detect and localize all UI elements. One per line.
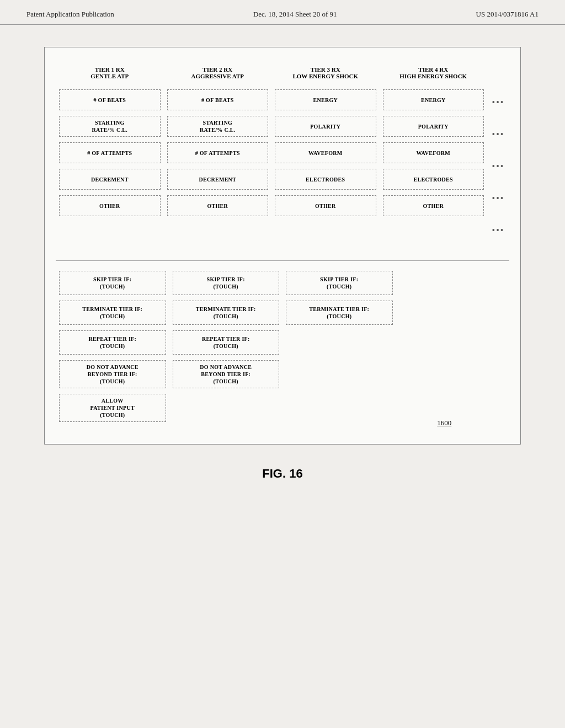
lower-grid: SKIP TIER IF:(TOUCH) TERMINATE TIER IF:(… xyxy=(56,271,509,427)
tier-1-cell-4[interactable]: DECREMENT xyxy=(59,169,161,190)
dots-row-2: ••• xyxy=(492,121,505,148)
lower-1-cell-4[interactable]: DO NOT ADVANCEBEYOND TIER IF:(TOUCH) xyxy=(59,360,166,388)
tier-1-cell-1[interactable]: # OF BEATS xyxy=(59,89,161,110)
tier-3-cell-5[interactable]: OTHER xyxy=(275,195,376,216)
lower-2-cell-2[interactable]: TERMINATE TIER IF:(TOUCH) xyxy=(173,301,280,325)
tier-4-header: TIER 4 RXHIGH ENERGY SHOCK xyxy=(399,64,467,82)
tier-3-col: TIER 3 RXLOW ENERGY SHOCK ENERGY POLARIT… xyxy=(271,64,380,249)
lower-3-cell-2[interactable]: TERMINATE TIER IF:(TOUCH) xyxy=(286,301,393,325)
tier-2-cell-1[interactable]: # OF BEATS xyxy=(167,89,269,110)
lower-1-cell-2[interactable]: TERMINATE TIER IF:(TOUCH) xyxy=(59,301,166,325)
lower-col-4: 1600 xyxy=(396,271,510,427)
tier-2-cell-4[interactable]: DECREMENT xyxy=(167,169,269,190)
tier-1-header: TIER 1 RXGENTLE ATP xyxy=(90,64,129,82)
tier-1-cell-3[interactable]: # OF ATTEMPTS xyxy=(59,142,161,163)
tier-4-cell-1[interactable]: ENERGY xyxy=(383,89,484,110)
dots-row-3: ••• xyxy=(492,153,505,180)
tier-4-cell-2[interactable]: POLARITY xyxy=(383,116,484,137)
tier-2-header: TIER 2 RXAGGRESSIVE ATP xyxy=(191,64,244,82)
lower-2-cell-1[interactable]: SKIP TIER IF:(TOUCH) xyxy=(173,271,280,295)
reference-number: 1600 xyxy=(437,419,468,427)
tier-2-cell-2[interactable]: STARTINGRATE/% C.L. xyxy=(167,116,269,137)
main-content: TIER 1 RXGENTLE ATP # OF BEATS STARTINGR… xyxy=(0,25,565,503)
patent-header: Patent Application Publication Dec. 18, … xyxy=(0,0,565,25)
tier-4-cell-5[interactable]: OTHER xyxy=(383,195,484,216)
lower-2-cell-3[interactable]: REPEAT TIER IF:(TOUCH) xyxy=(173,330,280,355)
tier-2-cell-5[interactable]: OTHER xyxy=(167,195,269,216)
tier-2-col: TIER 2 RXAGGRESSIVE ATP # OF BEATS START… xyxy=(164,64,272,249)
lower-2-cell-4[interactable]: DO NOT ADVANCEBEYOND TIER IF:(TOUCH) xyxy=(173,360,280,388)
tier-4-col: TIER 4 RXHIGH ENERGY SHOCK ENERGY POLARI… xyxy=(380,64,488,249)
figure-caption: FIG. 16 xyxy=(44,467,521,481)
tier-4-cell-3[interactable]: WAVEFORM xyxy=(383,142,484,163)
tier-4-cell-4[interactable]: ELECTRODES xyxy=(383,169,484,190)
lower-col-2: SKIP TIER IF:(TOUCH) TERMINATE TIER IF:(… xyxy=(169,271,283,427)
tier-1-cell-5[interactable]: OTHER xyxy=(59,195,161,216)
tier-1-col: TIER 1 RXGENTLE ATP # OF BEATS STARTINGR… xyxy=(56,64,164,249)
tier-3-cell-4[interactable]: ELECTRODES xyxy=(275,169,376,190)
tier-grid-upper: TIER 1 RXGENTLE ATP # OF BEATS STARTINGR… xyxy=(56,64,509,249)
tier-3-header: TIER 3 RXLOW ENERGY SHOCK xyxy=(292,64,358,82)
section-separator xyxy=(56,260,509,261)
lower-1-cell-5[interactable]: ALLOWPATIENT INPUT(TOUCH) xyxy=(59,394,166,422)
dots-col: ••• ••• ••• ••• ••• xyxy=(487,64,509,249)
tier-2-cell-3[interactable]: # OF ATTEMPTS xyxy=(167,142,269,163)
lower-3-cell-1[interactable]: SKIP TIER IF:(TOUCH) xyxy=(286,271,393,295)
dots-row-5: ••• xyxy=(492,217,505,244)
header-right: US 2014/0371816 A1 xyxy=(476,10,539,19)
dots-row-1: ••• xyxy=(492,89,505,116)
header-center: Dec. 18, 2014 Sheet 20 of 91 xyxy=(253,10,337,19)
tier-3-cell-2[interactable]: POLARITY xyxy=(275,116,376,137)
lower-col-1: SKIP TIER IF:(TOUCH) TERMINATE TIER IF:(… xyxy=(56,271,169,427)
dots-row-4: ••• xyxy=(492,185,505,212)
lower-1-cell-3[interactable]: REPEAT TIER IF:(TOUCH) xyxy=(59,330,166,355)
lower-col-3: SKIP TIER IF:(TOUCH) TERMINATE TIER IF:(… xyxy=(282,271,396,427)
lower-1-cell-1[interactable]: SKIP TIER IF:(TOUCH) xyxy=(59,271,166,295)
header-left: Patent Application Publication xyxy=(26,10,114,19)
tier-3-cell-1[interactable]: ENERGY xyxy=(275,89,376,110)
tier-3-cell-3[interactable]: WAVEFORM xyxy=(275,142,376,163)
tier-1-cell-2[interactable]: STARTINGRATE/% C.L. xyxy=(59,116,161,137)
diagram-container: TIER 1 RXGENTLE ATP # OF BEATS STARTINGR… xyxy=(44,47,521,445)
